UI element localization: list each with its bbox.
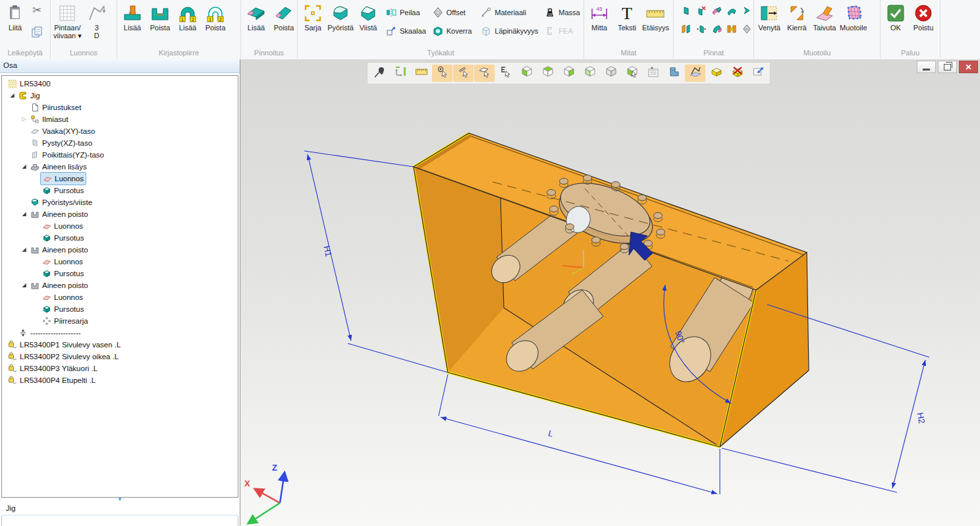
peilaa-button[interactable]: Peilaa (386, 7, 426, 18)
teksti-button[interactable]: TTeksti (613, 2, 641, 32)
panel-splitter[interactable]: ▼ (1, 498, 238, 502)
poista-button[interactable]: Poista (270, 2, 298, 32)
tree-item-luonnos[interactable]: Luonnos (2, 220, 238, 232)
koverra-button[interactable]: Koverra (433, 26, 472, 37)
poista-button[interactable]: Poista (146, 2, 174, 32)
cut-button[interactable]: ✂ (29, 3, 45, 19)
close-button[interactable]: ✕ (959, 61, 978, 73)
copy-button[interactable] (29, 25, 45, 41)
materiaali-button[interactable]: Materiaali (481, 7, 538, 18)
tree-item-pursotus[interactable]: Pursotus (2, 303, 238, 315)
taivuta-button[interactable]: Taivuta (811, 2, 838, 32)
feature-tree[interactable]: LR53400◢JigPiirustukset▷IlmiasutVaaka(XY… (1, 75, 238, 498)
view-right-button[interactable] (558, 65, 579, 82)
surface-chevron-button[interactable] (740, 4, 753, 20)
mitta-button[interactable]: 45Mitta (585, 2, 613, 32)
venyt-button[interactable]: Venytä (755, 2, 783, 32)
collapse-arrow-icon[interactable]: ◢ (20, 244, 28, 256)
lisaa-numbered-button[interactable]: 12Lisää (174, 2, 202, 32)
tree-item-aineen-lis-ys[interactable]: ◢Aineen lisäys (2, 161, 238, 173)
view-front-button[interactable] (516, 65, 537, 82)
offset-button[interactable]: Offset (433, 7, 472, 18)
extrude-delete-button[interactable] (727, 65, 748, 82)
ok-button[interactable]: OK (882, 2, 910, 32)
minimize-button[interactable] (917, 61, 936, 73)
collapse-arrow-icon[interactable]: ◢ (20, 279, 28, 291)
massa-button[interactable]: 10Massa (545, 7, 580, 18)
viist-button[interactable]: Viistä (354, 2, 382, 32)
view-left-button[interactable] (580, 65, 600, 82)
tree-item-aineen-poisto[interactable]: ◢Aineen poisto (2, 244, 238, 256)
tree-item-lr53400p1-sivulevy-vasen-l[interactable]: LR53400P1 Sivulevy vasen .L (2, 339, 238, 351)
tree-item-pursotus[interactable]: Pursotus (2, 185, 238, 196)
collapse-arrow-icon[interactable]: ◢ (8, 90, 16, 102)
snap-point-button[interactable] (432, 65, 452, 82)
view-top-button[interactable] (537, 65, 558, 82)
pick-feature-button[interactable] (495, 65, 516, 82)
tree-item-piirresarja[interactable]: Piirresarja (2, 315, 238, 327)
sketch-plane-button[interactable] (685, 65, 705, 82)
surface-claw-button[interactable] (709, 22, 723, 38)
tree-item-pursotus[interactable]: Pursotus (2, 232, 238, 244)
poistu-button[interactable]: Poistu (910, 2, 937, 32)
collapse-arrow-icon[interactable]: ◢ (20, 208, 28, 220)
tree-item-aineen-poisto[interactable]: ◢Aineen poisto (2, 279, 238, 291)
model-canvas[interactable]: H1 L H2 90° Z X (240, 59, 980, 526)
tree-item-pysty-xz-taso[interactable]: Pysty(XZ)-taso (2, 137, 238, 149)
poista-numbered-button[interactable]: 12Poista (202, 2, 229, 32)
tree-item-content: LR53400P1 Sivulevy vasen .L (6, 339, 122, 351)
tree-item-lr53400[interactable]: LR53400 (2, 78, 238, 90)
snap-face-button[interactable] (474, 65, 495, 82)
expand-view-button[interactable] (748, 65, 769, 82)
tree-item-luonnos[interactable]: Luonnos (2, 291, 238, 303)
tree-item-ilmiasut[interactable]: ▷Ilmiasut (2, 113, 238, 125)
tree-item-lr53400p3-yl-kuori-l[interactable]: LR53400P3 Yläkuori .L (2, 363, 238, 374)
surface-plane-button[interactable] (679, 4, 693, 20)
measure-axes-button[interactable] (390, 65, 410, 82)
muotoile-button[interactable]: Muotoile (838, 2, 869, 32)
tree-item-luonnos[interactable]: Luonnos (2, 256, 238, 268)
sarja-button[interactable]: Sarja (299, 2, 327, 32)
snap-edge-button[interactable] (453, 65, 474, 82)
tree-item-aineen-poisto[interactable]: ◢Aineen poisto (2, 208, 238, 220)
tree-item-lr53400p4-etupelti-l[interactable]: LR53400P4 Etupelti .L (2, 374, 238, 386)
surface-curved-button[interactable] (724, 4, 738, 20)
restore-button[interactable] (938, 61, 957, 73)
surface-offset-button[interactable] (740, 22, 753, 38)
lis-button[interactable]: Lisää (242, 2, 270, 32)
extrude-preview-button[interactable] (706, 65, 726, 82)
tree-item-pursotus[interactable]: Pursotus (2, 268, 238, 279)
ruler-button[interactable] (411, 65, 431, 82)
et-isyys-button[interactable]: Etäisyys (641, 2, 670, 32)
pintaan-viivaan-button[interactable]: Pintaan/viivaan ▾ (52, 2, 83, 40)
tree-item-piirustukset[interactable]: Piirustukset (2, 102, 238, 113)
3d-button[interactable]: 3D (83, 2, 111, 40)
l-pin-kyvyys-button[interactable]: Läpinäkyvyys (481, 26, 538, 37)
surface-move-button[interactable] (694, 22, 708, 38)
skaalaa-button[interactable]: Skaalaa (386, 26, 426, 37)
tree-item-py-ristys-viiste[interactable]: Pyöristys/viiste (2, 196, 238, 208)
lis-button[interactable]: Lisää (119, 2, 146, 32)
view-pick-button[interactable] (622, 65, 642, 82)
properties-button[interactable] (643, 65, 663, 82)
expand-arrow-icon[interactable]: ▷ (20, 113, 28, 125)
tree-item-vaaka-xy-taso[interactable]: Vaaka(XY)-taso (2, 125, 238, 137)
tree-item-poikittais-yz-taso[interactable]: Poikittais(YZ)-taso (2, 149, 238, 161)
surface-trim-button[interactable] (709, 4, 723, 20)
tree-separator[interactable]: -------------------- (2, 327, 238, 339)
surface-delete-button[interactable] (694, 4, 708, 20)
tree-item-jig[interactable]: ◢Jig (2, 90, 238, 102)
tree-item-lr53400p2-sivulevy-oikea-l[interactable]: LR53400P2 Sivulevy oikea .L (2, 351, 238, 363)
kierr-button[interactable]: Kierrä (783, 2, 811, 32)
viewport[interactable]: H1 L H2 90° Z X ✕ (240, 59, 980, 526)
view-shaded-button[interactable] (601, 65, 621, 82)
section-button[interactable] (664, 65, 684, 82)
py-rist-button[interactable]: Pyöristä (327, 2, 354, 32)
tree-item-luonnos[interactable]: Luonnos (2, 173, 238, 185)
pin-button[interactable] (369, 65, 389, 82)
fea-button[interactable]: FEA (545, 26, 580, 37)
liit-button[interactable]: Liitä (1, 2, 29, 32)
collapse-arrow-icon[interactable]: ◢ (20, 161, 28, 173)
surface-clamp-button[interactable] (724, 22, 738, 38)
surface-pair-button[interactable] (679, 22, 693, 38)
